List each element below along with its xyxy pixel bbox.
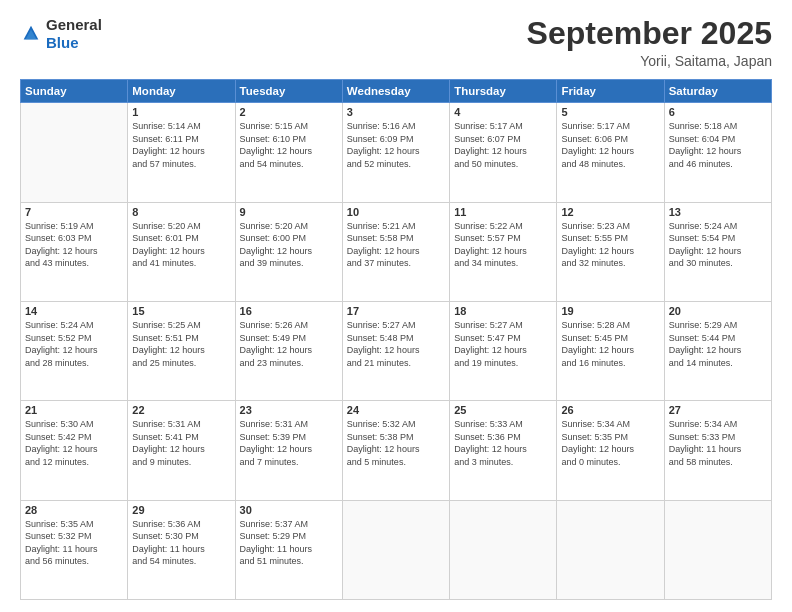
day-number: 1 [132, 106, 230, 118]
day-number: 29 [132, 504, 230, 516]
table-row: 26Sunrise: 5:34 AM Sunset: 5:35 PM Dayli… [557, 401, 664, 500]
day-info: Sunrise: 5:32 AM Sunset: 5:38 PM Dayligh… [347, 418, 445, 468]
table-row: 24Sunrise: 5:32 AM Sunset: 5:38 PM Dayli… [342, 401, 449, 500]
day-info: Sunrise: 5:22 AM Sunset: 5:57 PM Dayligh… [454, 220, 552, 270]
day-info: Sunrise: 5:30 AM Sunset: 5:42 PM Dayligh… [25, 418, 123, 468]
table-row [664, 500, 771, 599]
title-section: September 2025 Yorii, Saitama, Japan [527, 16, 772, 69]
table-row: 23Sunrise: 5:31 AM Sunset: 5:39 PM Dayli… [235, 401, 342, 500]
day-number: 20 [669, 305, 767, 317]
table-row: 17Sunrise: 5:27 AM Sunset: 5:48 PM Dayli… [342, 301, 449, 400]
day-number: 17 [347, 305, 445, 317]
table-row: 6Sunrise: 5:18 AM Sunset: 6:04 PM Daylig… [664, 103, 771, 202]
calendar-table: Sunday Monday Tuesday Wednesday Thursday… [20, 79, 772, 600]
day-info: Sunrise: 5:34 AM Sunset: 5:33 PM Dayligh… [669, 418, 767, 468]
header: General Blue September 2025 Yorii, Saita… [20, 16, 772, 69]
table-row: 9Sunrise: 5:20 AM Sunset: 6:00 PM Daylig… [235, 202, 342, 301]
day-number: 5 [561, 106, 659, 118]
month-title: September 2025 [527, 16, 772, 51]
calendar-week-3: 14Sunrise: 5:24 AM Sunset: 5:52 PM Dayli… [21, 301, 772, 400]
day-info: Sunrise: 5:21 AM Sunset: 5:58 PM Dayligh… [347, 220, 445, 270]
day-number: 4 [454, 106, 552, 118]
table-row: 28Sunrise: 5:35 AM Sunset: 5:32 PM Dayli… [21, 500, 128, 599]
day-number: 27 [669, 404, 767, 416]
day-number: 23 [240, 404, 338, 416]
day-number: 13 [669, 206, 767, 218]
table-row: 16Sunrise: 5:26 AM Sunset: 5:49 PM Dayli… [235, 301, 342, 400]
table-row: 3Sunrise: 5:16 AM Sunset: 6:09 PM Daylig… [342, 103, 449, 202]
day-number: 9 [240, 206, 338, 218]
day-number: 12 [561, 206, 659, 218]
table-row: 27Sunrise: 5:34 AM Sunset: 5:33 PM Dayli… [664, 401, 771, 500]
day-number: 11 [454, 206, 552, 218]
day-number: 2 [240, 106, 338, 118]
logo-blue: Blue [46, 34, 79, 51]
day-number: 10 [347, 206, 445, 218]
table-row: 7Sunrise: 5:19 AM Sunset: 6:03 PM Daylig… [21, 202, 128, 301]
day-info: Sunrise: 5:34 AM Sunset: 5:35 PM Dayligh… [561, 418, 659, 468]
day-info: Sunrise: 5:28 AM Sunset: 5:45 PM Dayligh… [561, 319, 659, 369]
day-info: Sunrise: 5:17 AM Sunset: 6:06 PM Dayligh… [561, 120, 659, 170]
calendar-week-2: 7Sunrise: 5:19 AM Sunset: 6:03 PM Daylig… [21, 202, 772, 301]
day-info: Sunrise: 5:35 AM Sunset: 5:32 PM Dayligh… [25, 518, 123, 568]
table-row: 5Sunrise: 5:17 AM Sunset: 6:06 PM Daylig… [557, 103, 664, 202]
table-row: 25Sunrise: 5:33 AM Sunset: 5:36 PM Dayli… [450, 401, 557, 500]
location: Yorii, Saitama, Japan [527, 53, 772, 69]
day-number: 25 [454, 404, 552, 416]
day-info: Sunrise: 5:24 AM Sunset: 5:54 PM Dayligh… [669, 220, 767, 270]
col-tuesday: Tuesday [235, 80, 342, 103]
day-number: 8 [132, 206, 230, 218]
day-info: Sunrise: 5:23 AM Sunset: 5:55 PM Dayligh… [561, 220, 659, 270]
table-row: 29Sunrise: 5:36 AM Sunset: 5:30 PM Dayli… [128, 500, 235, 599]
calendar-week-5: 28Sunrise: 5:35 AM Sunset: 5:32 PM Dayli… [21, 500, 772, 599]
table-row [557, 500, 664, 599]
table-row: 13Sunrise: 5:24 AM Sunset: 5:54 PM Dayli… [664, 202, 771, 301]
day-number: 7 [25, 206, 123, 218]
day-number: 6 [669, 106, 767, 118]
table-row: 14Sunrise: 5:24 AM Sunset: 5:52 PM Dayli… [21, 301, 128, 400]
table-row: 22Sunrise: 5:31 AM Sunset: 5:41 PM Dayli… [128, 401, 235, 500]
table-row [342, 500, 449, 599]
table-row: 15Sunrise: 5:25 AM Sunset: 5:51 PM Dayli… [128, 301, 235, 400]
table-row: 1Sunrise: 5:14 AM Sunset: 6:11 PM Daylig… [128, 103, 235, 202]
table-row: 18Sunrise: 5:27 AM Sunset: 5:47 PM Dayli… [450, 301, 557, 400]
day-number: 24 [347, 404, 445, 416]
col-friday: Friday [557, 80, 664, 103]
day-info: Sunrise: 5:29 AM Sunset: 5:44 PM Dayligh… [669, 319, 767, 369]
day-info: Sunrise: 5:27 AM Sunset: 5:48 PM Dayligh… [347, 319, 445, 369]
day-number: 3 [347, 106, 445, 118]
calendar-week-1: 1Sunrise: 5:14 AM Sunset: 6:11 PM Daylig… [21, 103, 772, 202]
day-info: Sunrise: 5:17 AM Sunset: 6:07 PM Dayligh… [454, 120, 552, 170]
day-info: Sunrise: 5:18 AM Sunset: 6:04 PM Dayligh… [669, 120, 767, 170]
page: General Blue September 2025 Yorii, Saita… [0, 0, 792, 612]
table-row: 21Sunrise: 5:30 AM Sunset: 5:42 PM Dayli… [21, 401, 128, 500]
day-number: 16 [240, 305, 338, 317]
table-row: 30Sunrise: 5:37 AM Sunset: 5:29 PM Dayli… [235, 500, 342, 599]
day-number: 22 [132, 404, 230, 416]
calendar-week-4: 21Sunrise: 5:30 AM Sunset: 5:42 PM Dayli… [21, 401, 772, 500]
day-info: Sunrise: 5:20 AM Sunset: 6:01 PM Dayligh… [132, 220, 230, 270]
day-info: Sunrise: 5:14 AM Sunset: 6:11 PM Dayligh… [132, 120, 230, 170]
day-info: Sunrise: 5:26 AM Sunset: 5:49 PM Dayligh… [240, 319, 338, 369]
day-number: 18 [454, 305, 552, 317]
day-info: Sunrise: 5:37 AM Sunset: 5:29 PM Dayligh… [240, 518, 338, 568]
day-info: Sunrise: 5:27 AM Sunset: 5:47 PM Dayligh… [454, 319, 552, 369]
day-info: Sunrise: 5:31 AM Sunset: 5:39 PM Dayligh… [240, 418, 338, 468]
col-saturday: Saturday [664, 80, 771, 103]
day-info: Sunrise: 5:36 AM Sunset: 5:30 PM Dayligh… [132, 518, 230, 568]
col-thursday: Thursday [450, 80, 557, 103]
day-number: 26 [561, 404, 659, 416]
logo-icon [20, 23, 42, 45]
day-number: 14 [25, 305, 123, 317]
col-monday: Monday [128, 80, 235, 103]
table-row: 10Sunrise: 5:21 AM Sunset: 5:58 PM Dayli… [342, 202, 449, 301]
day-number: 21 [25, 404, 123, 416]
day-info: Sunrise: 5:33 AM Sunset: 5:36 PM Dayligh… [454, 418, 552, 468]
day-info: Sunrise: 5:16 AM Sunset: 6:09 PM Dayligh… [347, 120, 445, 170]
table-row: 12Sunrise: 5:23 AM Sunset: 5:55 PM Dayli… [557, 202, 664, 301]
table-row: 8Sunrise: 5:20 AM Sunset: 6:01 PM Daylig… [128, 202, 235, 301]
table-row [21, 103, 128, 202]
day-number: 28 [25, 504, 123, 516]
day-info: Sunrise: 5:20 AM Sunset: 6:00 PM Dayligh… [240, 220, 338, 270]
col-wednesday: Wednesday [342, 80, 449, 103]
